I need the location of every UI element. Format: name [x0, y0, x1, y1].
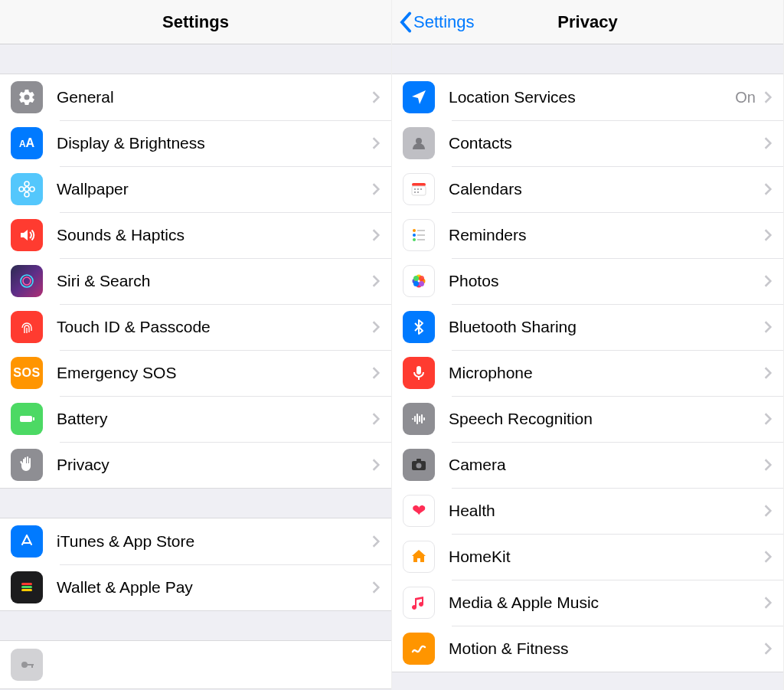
chevron-right-icon: [763, 642, 773, 656]
chevron-right-icon: [763, 274, 773, 288]
row-battery[interactable]: Battery: [0, 396, 391, 442]
row-location-services[interactable]: Location Services On: [392, 74, 783, 120]
chevron-right-icon: [763, 504, 773, 518]
row-contacts[interactable]: Contacts: [392, 120, 783, 166]
chevron-left-icon: [400, 11, 412, 33]
svg-point-15: [416, 138, 422, 144]
row-bluetooth-sharing[interactable]: Bluetooth Sharing: [392, 304, 783, 350]
row-motion-fitness[interactable]: Motion & Fitness: [392, 626, 783, 672]
svg-point-20: [420, 188, 422, 190]
home-icon: [403, 541, 435, 573]
row-label: Display & Brightness: [57, 134, 371, 152]
reminders-icon: [403, 219, 435, 251]
chevron-right-icon: [763, 596, 773, 610]
row-camera[interactable]: Camera: [392, 442, 783, 488]
chevron-right-icon: [371, 320, 381, 334]
row-media-apple-music[interactable]: Media & Apple Music: [392, 580, 783, 626]
row-display-brightness[interactable]: AA Display & Brightness: [0, 120, 391, 166]
row-privacy[interactable]: Privacy: [0, 442, 391, 488]
row-touchid-passcode[interactable]: Touch ID & Passcode: [0, 304, 391, 350]
row-label: Microphone: [449, 364, 763, 382]
svg-point-22: [417, 191, 419, 193]
chevron-right-icon: [763, 136, 773, 150]
row-label: Emergency SOS: [57, 364, 371, 382]
row-label: Privacy: [57, 456, 371, 474]
svg-point-18: [414, 188, 416, 190]
row-label: Siri & Search: [57, 272, 371, 290]
back-label: Settings: [413, 12, 475, 32]
row-label: Sounds & Haptics: [57, 226, 371, 244]
chevron-right-icon: [371, 182, 381, 196]
bluetooth-icon: [403, 311, 435, 343]
text-size-icon: AA: [11, 127, 43, 159]
row-siri-search[interactable]: Siri & Search: [0, 258, 391, 304]
svg-rect-9: [21, 583, 32, 585]
svg-point-19: [417, 188, 419, 190]
row-microphone[interactable]: Microphone: [392, 350, 783, 396]
svg-rect-26: [417, 230, 425, 231]
svg-point-24: [413, 234, 416, 237]
gear-icon: [11, 81, 43, 113]
camera-icon: [403, 449, 435, 481]
appstore-icon: [11, 525, 43, 558]
svg-point-21: [414, 191, 416, 193]
back-button[interactable]: Settings: [400, 11, 475, 33]
chevron-right-icon: [763, 228, 773, 242]
row-homekit[interactable]: HomeKit: [392, 534, 783, 580]
settings-content: General AA Display & Brightness Wallpape…: [0, 44, 391, 690]
svg-rect-37: [416, 366, 421, 374]
row-label: Motion & Fitness: [449, 639, 763, 658]
row-emergency-sos[interactable]: SOS Emergency SOS: [0, 350, 391, 396]
svg-rect-27: [417, 234, 425, 236]
chevron-right-icon: [371, 412, 381, 426]
row-wallet-applepay[interactable]: Wallet & Apple Pay: [0, 564, 391, 610]
chevron-right-icon: [371, 90, 381, 104]
row-reminders[interactable]: Reminders: [392, 212, 783, 258]
row-speech-recognition[interactable]: Speech Recognition: [392, 396, 783, 442]
settings-screen: Settings General AA Display & Brightness: [0, 0, 392, 690]
chevron-right-icon: [371, 458, 381, 472]
row-calendars[interactable]: Calendars: [392, 166, 783, 212]
svg-rect-11: [21, 589, 32, 591]
svg-point-34: [419, 276, 424, 281]
row-general[interactable]: General: [0, 74, 391, 120]
svg-point-1: [24, 181, 29, 186]
row-label: Calendars: [449, 180, 763, 198]
row-label: Health: [449, 502, 763, 520]
svg-rect-10: [21, 586, 32, 588]
svg-point-25: [413, 238, 416, 241]
svg-rect-16: [412, 183, 426, 186]
svg-point-40: [416, 463, 422, 469]
settings-section-truncated: [0, 640, 391, 689]
svg-point-36: [413, 281, 419, 286]
svg-rect-41: [416, 459, 421, 462]
heart-icon: ❤: [403, 495, 435, 527]
settings-section-store-wallet: iTunes & App Store Wallet & Apple Pay: [0, 518, 391, 611]
settings-section-main: General AA Display & Brightness Wallpape…: [0, 74, 391, 489]
chevron-right-icon: [371, 274, 381, 288]
row-itunes-appstore[interactable]: iTunes & App Store: [0, 518, 391, 564]
navbar: Settings: [0, 0, 391, 44]
svg-rect-8: [33, 417, 34, 420]
row-label: Battery: [57, 410, 371, 428]
chevron-right-icon: [371, 535, 381, 548]
svg-point-33: [413, 276, 419, 281]
chevron-right-icon: [763, 412, 773, 426]
chevron-right-icon: [371, 366, 381, 380]
svg-point-4: [30, 187, 34, 191]
svg-point-35: [419, 281, 424, 286]
waveform-icon: [403, 403, 435, 435]
row-photos[interactable]: Photos: [392, 258, 783, 304]
nav-title: Settings: [162, 12, 229, 32]
row-wallpaper[interactable]: Wallpaper: [0, 166, 391, 212]
flower-icon: [11, 173, 43, 205]
chevron-right-icon: [371, 136, 381, 150]
svg-rect-17: [412, 186, 426, 195]
row-sounds-haptics[interactable]: Sounds & Haptics: [0, 212, 391, 258]
microphone-icon: [403, 357, 435, 389]
row-value: On: [735, 89, 756, 106]
privacy-screen: Settings Privacy Location Services On Co…: [392, 0, 784, 690]
row-health[interactable]: ❤ Health: [392, 488, 783, 534]
row-label: Touch ID & Passcode: [57, 318, 371, 336]
music-note-icon: [403, 587, 435, 619]
